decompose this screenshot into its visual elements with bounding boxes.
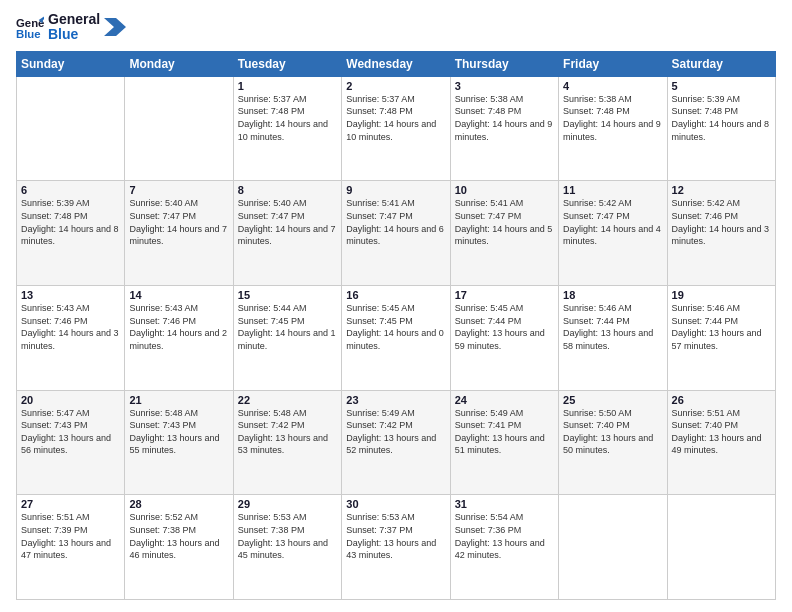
day-number: 24 [455,394,554,406]
calendar-cell-2-6: 11Sunrise: 5:42 AM Sunset: 7:47 PM Dayli… [559,181,667,286]
calendar-cell-3-5: 17Sunrise: 5:45 AM Sunset: 7:44 PM Dayli… [450,286,558,391]
day-info: Sunrise: 5:37 AM Sunset: 7:48 PM Dayligh… [238,93,337,143]
day-info: Sunrise: 5:40 AM Sunset: 7:47 PM Dayligh… [238,197,337,247]
day-number: 26 [672,394,771,406]
calendar-cell-5-5: 31Sunrise: 5:54 AM Sunset: 7:36 PM Dayli… [450,495,558,600]
day-info: Sunrise: 5:52 AM Sunset: 7:38 PM Dayligh… [129,511,228,561]
day-info: Sunrise: 5:43 AM Sunset: 7:46 PM Dayligh… [129,302,228,352]
day-number: 28 [129,498,228,510]
day-number: 29 [238,498,337,510]
calendar-cell-5-7 [667,495,775,600]
day-info: Sunrise: 5:45 AM Sunset: 7:44 PM Dayligh… [455,302,554,352]
calendar-cell-4-3: 22Sunrise: 5:48 AM Sunset: 7:42 PM Dayli… [233,390,341,495]
day-number: 30 [346,498,445,510]
day-number: 10 [455,184,554,196]
calendar-cell-1-5: 3Sunrise: 5:38 AM Sunset: 7:48 PM Daylig… [450,76,558,181]
day-info: Sunrise: 5:48 AM Sunset: 7:42 PM Dayligh… [238,407,337,457]
dow-header-tuesday: Tuesday [233,51,341,76]
day-number: 17 [455,289,554,301]
calendar-cell-2-3: 8Sunrise: 5:40 AM Sunset: 7:47 PM Daylig… [233,181,341,286]
calendar-cell-2-1: 6Sunrise: 5:39 AM Sunset: 7:48 PM Daylig… [17,181,125,286]
day-number: 11 [563,184,662,196]
dow-header-monday: Monday [125,51,233,76]
day-info: Sunrise: 5:48 AM Sunset: 7:43 PM Dayligh… [129,407,228,457]
day-info: Sunrise: 5:51 AM Sunset: 7:40 PM Dayligh… [672,407,771,457]
day-info: Sunrise: 5:51 AM Sunset: 7:39 PM Dayligh… [21,511,120,561]
calendar-cell-4-4: 23Sunrise: 5:49 AM Sunset: 7:42 PM Dayli… [342,390,450,495]
logo-icon: General Blue [16,13,44,41]
day-number: 15 [238,289,337,301]
calendar-cell-5-2: 28Sunrise: 5:52 AM Sunset: 7:38 PM Dayli… [125,495,233,600]
day-number: 5 [672,80,771,92]
calendar-cell-1-2 [125,76,233,181]
day-number: 14 [129,289,228,301]
day-info: Sunrise: 5:49 AM Sunset: 7:41 PM Dayligh… [455,407,554,457]
calendar-cell-5-4: 30Sunrise: 5:53 AM Sunset: 7:37 PM Dayli… [342,495,450,600]
calendar-cell-4-1: 20Sunrise: 5:47 AM Sunset: 7:43 PM Dayli… [17,390,125,495]
calendar-cell-3-7: 19Sunrise: 5:46 AM Sunset: 7:44 PM Dayli… [667,286,775,391]
day-number: 9 [346,184,445,196]
day-number: 22 [238,394,337,406]
calendar-cell-2-7: 12Sunrise: 5:42 AM Sunset: 7:46 PM Dayli… [667,181,775,286]
svg-text:Blue: Blue [16,28,41,40]
day-number: 19 [672,289,771,301]
calendar-cell-2-5: 10Sunrise: 5:41 AM Sunset: 7:47 PM Dayli… [450,181,558,286]
day-number: 4 [563,80,662,92]
day-number: 13 [21,289,120,301]
day-info: Sunrise: 5:43 AM Sunset: 7:46 PM Dayligh… [21,302,120,352]
day-number: 20 [21,394,120,406]
calendar-cell-2-4: 9Sunrise: 5:41 AM Sunset: 7:47 PM Daylig… [342,181,450,286]
calendar-cell-3-3: 15Sunrise: 5:44 AM Sunset: 7:45 PM Dayli… [233,286,341,391]
day-info: Sunrise: 5:42 AM Sunset: 7:47 PM Dayligh… [563,197,662,247]
day-info: Sunrise: 5:39 AM Sunset: 7:48 PM Dayligh… [672,93,771,143]
day-info: Sunrise: 5:47 AM Sunset: 7:43 PM Dayligh… [21,407,120,457]
day-info: Sunrise: 5:44 AM Sunset: 7:45 PM Dayligh… [238,302,337,352]
dow-header-wednesday: Wednesday [342,51,450,76]
calendar-cell-1-1 [17,76,125,181]
day-number: 1 [238,80,337,92]
day-info: Sunrise: 5:41 AM Sunset: 7:47 PM Dayligh… [346,197,445,247]
day-info: Sunrise: 5:41 AM Sunset: 7:47 PM Dayligh… [455,197,554,247]
calendar-cell-4-5: 24Sunrise: 5:49 AM Sunset: 7:41 PM Dayli… [450,390,558,495]
dow-header-thursday: Thursday [450,51,558,76]
day-info: Sunrise: 5:45 AM Sunset: 7:45 PM Dayligh… [346,302,445,352]
day-info: Sunrise: 5:49 AM Sunset: 7:42 PM Dayligh… [346,407,445,457]
day-info: Sunrise: 5:53 AM Sunset: 7:38 PM Dayligh… [238,511,337,561]
calendar-cell-1-4: 2Sunrise: 5:37 AM Sunset: 7:48 PM Daylig… [342,76,450,181]
day-number: 18 [563,289,662,301]
day-number: 16 [346,289,445,301]
logo-arrow-icon [104,18,126,36]
day-info: Sunrise: 5:38 AM Sunset: 7:48 PM Dayligh… [563,93,662,143]
calendar-cell-5-6 [559,495,667,600]
calendar-cell-3-1: 13Sunrise: 5:43 AM Sunset: 7:46 PM Dayli… [17,286,125,391]
day-info: Sunrise: 5:50 AM Sunset: 7:40 PM Dayligh… [563,407,662,457]
calendar-cell-3-2: 14Sunrise: 5:43 AM Sunset: 7:46 PM Dayli… [125,286,233,391]
calendar-cell-4-2: 21Sunrise: 5:48 AM Sunset: 7:43 PM Dayli… [125,390,233,495]
day-number: 23 [346,394,445,406]
day-info: Sunrise: 5:53 AM Sunset: 7:37 PM Dayligh… [346,511,445,561]
day-number: 21 [129,394,228,406]
day-info: Sunrise: 5:46 AM Sunset: 7:44 PM Dayligh… [563,302,662,352]
dow-header-sunday: Sunday [17,51,125,76]
day-info: Sunrise: 5:40 AM Sunset: 7:47 PM Dayligh… [129,197,228,247]
day-number: 8 [238,184,337,196]
calendar-cell-5-3: 29Sunrise: 5:53 AM Sunset: 7:38 PM Dayli… [233,495,341,600]
calendar-cell-3-6: 18Sunrise: 5:46 AM Sunset: 7:44 PM Dayli… [559,286,667,391]
dow-header-friday: Friday [559,51,667,76]
svg-marker-4 [104,18,126,36]
calendar-cell-2-2: 7Sunrise: 5:40 AM Sunset: 7:47 PM Daylig… [125,181,233,286]
calendar-cell-4-6: 25Sunrise: 5:50 AM Sunset: 7:40 PM Dayli… [559,390,667,495]
day-number: 7 [129,184,228,196]
day-number: 25 [563,394,662,406]
day-number: 31 [455,498,554,510]
calendar-cell-1-6: 4Sunrise: 5:38 AM Sunset: 7:48 PM Daylig… [559,76,667,181]
day-info: Sunrise: 5:54 AM Sunset: 7:36 PM Dayligh… [455,511,554,561]
calendar-cell-1-7: 5Sunrise: 5:39 AM Sunset: 7:48 PM Daylig… [667,76,775,181]
logo-general: General [48,12,100,27]
day-number: 6 [21,184,120,196]
day-info: Sunrise: 5:39 AM Sunset: 7:48 PM Dayligh… [21,197,120,247]
day-number: 2 [346,80,445,92]
day-number: 3 [455,80,554,92]
day-number: 27 [21,498,120,510]
calendar-table: SundayMondayTuesdayWednesdayThursdayFrid… [16,51,776,600]
